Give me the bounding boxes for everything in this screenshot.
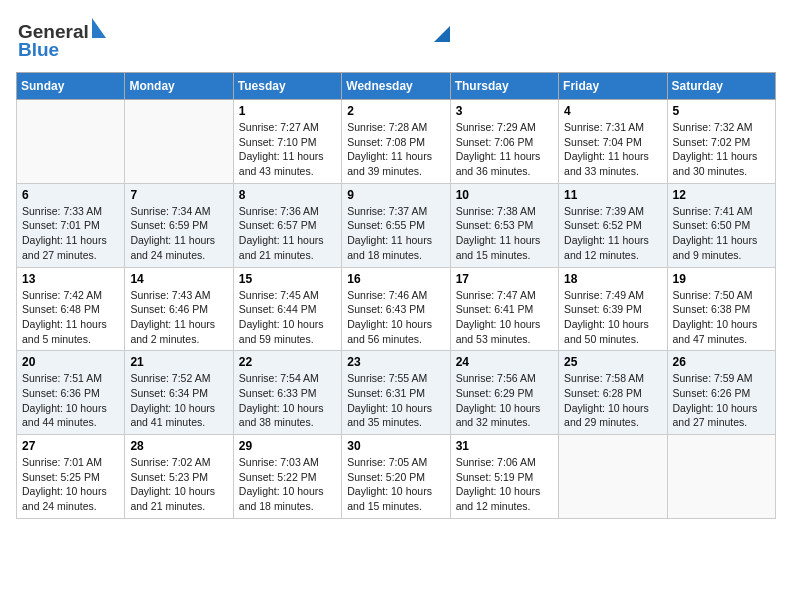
page: General Blue Sunday Monday Tue: [0, 0, 792, 535]
calendar-cell: 24Sunrise: 7:56 AM Sunset: 6:29 PM Dayli…: [450, 351, 558, 435]
calendar-cell: 15Sunrise: 7:45 AM Sunset: 6:44 PM Dayli…: [233, 267, 341, 351]
calendar-cell: 5Sunrise: 7:32 AM Sunset: 7:02 PM Daylig…: [667, 100, 775, 184]
calendar-week-row: 6Sunrise: 7:33 AM Sunset: 7:01 PM Daylig…: [17, 183, 776, 267]
calendar-table: Sunday Monday Tuesday Wednesday Thursday…: [16, 72, 776, 519]
day-number: 9: [347, 188, 444, 202]
col-sunday: Sunday: [17, 73, 125, 100]
cell-info: Sunrise: 7:56 AM Sunset: 6:29 PM Dayligh…: [456, 371, 553, 430]
calendar-cell: [667, 435, 775, 519]
day-number: 24: [456, 355, 553, 369]
cell-info: Sunrise: 7:49 AM Sunset: 6:39 PM Dayligh…: [564, 288, 661, 347]
calendar-cell: 1Sunrise: 7:27 AM Sunset: 7:10 PM Daylig…: [233, 100, 341, 184]
cell-info: Sunrise: 7:39 AM Sunset: 6:52 PM Dayligh…: [564, 204, 661, 263]
calendar-week-row: 13Sunrise: 7:42 AM Sunset: 6:48 PM Dayli…: [17, 267, 776, 351]
col-friday: Friday: [559, 73, 667, 100]
calendar-cell: 30Sunrise: 7:05 AM Sunset: 5:20 PM Dayli…: [342, 435, 450, 519]
day-number: 8: [239, 188, 336, 202]
cell-info: Sunrise: 7:43 AM Sunset: 6:46 PM Dayligh…: [130, 288, 227, 347]
cell-info: Sunrise: 7:50 AM Sunset: 6:38 PM Dayligh…: [673, 288, 770, 347]
calendar-cell: 20Sunrise: 7:51 AM Sunset: 6:36 PM Dayli…: [17, 351, 125, 435]
day-number: 20: [22, 355, 119, 369]
col-wednesday: Wednesday: [342, 73, 450, 100]
cell-info: Sunrise: 7:51 AM Sunset: 6:36 PM Dayligh…: [22, 371, 119, 430]
calendar-cell: 25Sunrise: 7:58 AM Sunset: 6:28 PM Dayli…: [559, 351, 667, 435]
header: General Blue: [16, 16, 776, 60]
calendar-cell: 27Sunrise: 7:01 AM Sunset: 5:25 PM Dayli…: [17, 435, 125, 519]
calendar-cell: 11Sunrise: 7:39 AM Sunset: 6:52 PM Dayli…: [559, 183, 667, 267]
day-number: 6: [22, 188, 119, 202]
day-number: 23: [347, 355, 444, 369]
col-saturday: Saturday: [667, 73, 775, 100]
calendar-header-row: Sunday Monday Tuesday Wednesday Thursday…: [17, 73, 776, 100]
calendar-cell: 31Sunrise: 7:06 AM Sunset: 5:19 PM Dayli…: [450, 435, 558, 519]
day-number: 10: [456, 188, 553, 202]
cell-info: Sunrise: 7:01 AM Sunset: 5:25 PM Dayligh…: [22, 455, 119, 514]
cell-info: Sunrise: 7:29 AM Sunset: 7:06 PM Dayligh…: [456, 120, 553, 179]
day-number: 25: [564, 355, 661, 369]
logo: General Blue: [16, 16, 106, 60]
calendar-cell: 22Sunrise: 7:54 AM Sunset: 6:33 PM Dayli…: [233, 351, 341, 435]
day-number: 7: [130, 188, 227, 202]
calendar-cell: 4Sunrise: 7:31 AM Sunset: 7:04 PM Daylig…: [559, 100, 667, 184]
calendar-cell: 17Sunrise: 7:47 AM Sunset: 6:41 PM Dayli…: [450, 267, 558, 351]
cell-info: Sunrise: 7:42 AM Sunset: 6:48 PM Dayligh…: [22, 288, 119, 347]
day-number: 12: [673, 188, 770, 202]
calendar-cell: 26Sunrise: 7:59 AM Sunset: 6:26 PM Dayli…: [667, 351, 775, 435]
day-number: 3: [456, 104, 553, 118]
day-number: 28: [130, 439, 227, 453]
col-monday: Monday: [125, 73, 233, 100]
calendar-cell: 12Sunrise: 7:41 AM Sunset: 6:50 PM Dayli…: [667, 183, 775, 267]
day-number: 1: [239, 104, 336, 118]
cell-info: Sunrise: 7:47 AM Sunset: 6:41 PM Dayligh…: [456, 288, 553, 347]
calendar-cell: 7Sunrise: 7:34 AM Sunset: 6:59 PM Daylig…: [125, 183, 233, 267]
cell-info: Sunrise: 7:46 AM Sunset: 6:43 PM Dayligh…: [347, 288, 444, 347]
day-number: 17: [456, 272, 553, 286]
cell-info: Sunrise: 7:41 AM Sunset: 6:50 PM Dayligh…: [673, 204, 770, 263]
calendar-cell: 28Sunrise: 7:02 AM Sunset: 5:23 PM Dayli…: [125, 435, 233, 519]
calendar-cell: 9Sunrise: 7:37 AM Sunset: 6:55 PM Daylig…: [342, 183, 450, 267]
day-number: 5: [673, 104, 770, 118]
day-number: 26: [673, 355, 770, 369]
day-number: 30: [347, 439, 444, 453]
day-number: 29: [239, 439, 336, 453]
calendar-cell: 13Sunrise: 7:42 AM Sunset: 6:48 PM Dayli…: [17, 267, 125, 351]
cell-info: Sunrise: 7:02 AM Sunset: 5:23 PM Dayligh…: [130, 455, 227, 514]
svg-marker-1: [92, 18, 106, 38]
day-number: 14: [130, 272, 227, 286]
calendar-cell: [17, 100, 125, 184]
cell-info: Sunrise: 7:59 AM Sunset: 6:26 PM Dayligh…: [673, 371, 770, 430]
svg-text:Blue: Blue: [18, 39, 59, 60]
cell-info: Sunrise: 7:34 AM Sunset: 6:59 PM Dayligh…: [130, 204, 227, 263]
calendar-cell: 19Sunrise: 7:50 AM Sunset: 6:38 PM Dayli…: [667, 267, 775, 351]
cell-info: Sunrise: 7:28 AM Sunset: 7:08 PM Dayligh…: [347, 120, 444, 179]
day-number: 18: [564, 272, 661, 286]
cell-info: Sunrise: 7:05 AM Sunset: 5:20 PM Dayligh…: [347, 455, 444, 514]
day-number: 22: [239, 355, 336, 369]
day-number: 19: [673, 272, 770, 286]
calendar-cell: 14Sunrise: 7:43 AM Sunset: 6:46 PM Dayli…: [125, 267, 233, 351]
cell-info: Sunrise: 7:45 AM Sunset: 6:44 PM Dayligh…: [239, 288, 336, 347]
calendar-cell: 3Sunrise: 7:29 AM Sunset: 7:06 PM Daylig…: [450, 100, 558, 184]
day-number: 11: [564, 188, 661, 202]
day-number: 27: [22, 439, 119, 453]
calendar-cell: 18Sunrise: 7:49 AM Sunset: 6:39 PM Dayli…: [559, 267, 667, 351]
cell-info: Sunrise: 7:33 AM Sunset: 7:01 PM Dayligh…: [22, 204, 119, 263]
calendar-cell: 23Sunrise: 7:55 AM Sunset: 6:31 PM Dayli…: [342, 351, 450, 435]
day-number: 16: [347, 272, 444, 286]
cell-info: Sunrise: 7:58 AM Sunset: 6:28 PM Dayligh…: [564, 371, 661, 430]
calendar-cell: 21Sunrise: 7:52 AM Sunset: 6:34 PM Dayli…: [125, 351, 233, 435]
svg-marker-3: [434, 26, 450, 42]
logo-arrow-icon: [434, 20, 450, 42]
col-thursday: Thursday: [450, 73, 558, 100]
cell-info: Sunrise: 7:36 AM Sunset: 6:57 PM Dayligh…: [239, 204, 336, 263]
cell-info: Sunrise: 7:54 AM Sunset: 6:33 PM Dayligh…: [239, 371, 336, 430]
cell-info: Sunrise: 7:52 AM Sunset: 6:34 PM Dayligh…: [130, 371, 227, 430]
day-number: 4: [564, 104, 661, 118]
day-number: 15: [239, 272, 336, 286]
calendar-cell: 8Sunrise: 7:36 AM Sunset: 6:57 PM Daylig…: [233, 183, 341, 267]
cell-info: Sunrise: 7:03 AM Sunset: 5:22 PM Dayligh…: [239, 455, 336, 514]
cell-info: Sunrise: 7:38 AM Sunset: 6:53 PM Dayligh…: [456, 204, 553, 263]
calendar-cell: [559, 435, 667, 519]
calendar-cell: 16Sunrise: 7:46 AM Sunset: 6:43 PM Dayli…: [342, 267, 450, 351]
cell-info: Sunrise: 7:37 AM Sunset: 6:55 PM Dayligh…: [347, 204, 444, 263]
